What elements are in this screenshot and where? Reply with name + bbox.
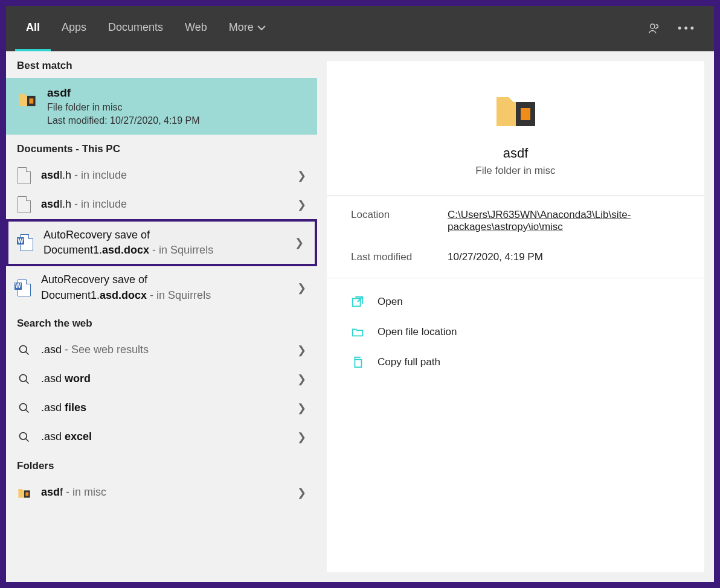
preview-pane: asdf File folder in misc Location C:\Use… (317, 51, 714, 582)
word-file-icon (19, 234, 34, 251)
preview-subtitle: File folder in misc (351, 165, 680, 177)
result-label: AutoRecovery save of Document1.asd.docx … (43, 228, 283, 258)
folder-open-icon (351, 325, 364, 339)
tab-apps[interactable]: Apps (51, 6, 97, 51)
folder-icon (17, 484, 31, 501)
folder-icon (492, 85, 540, 133)
svg-point-2 (20, 345, 27, 353)
best-match-modified: Last modified: 10/27/2020, 4:19 PM (47, 115, 200, 126)
svg-line-9 (26, 438, 29, 441)
tabs: All Apps Documents Web More (15, 6, 277, 51)
file-icon (17, 167, 31, 184)
chevron-right-icon[interactable]: ❯ (295, 198, 307, 211)
folder-icon (17, 89, 37, 109)
web-result-item[interactable]: .asd - See web results ❯ (6, 336, 317, 365)
tab-more[interactable]: More (218, 6, 277, 51)
action-open-location[interactable]: Open file location (351, 317, 680, 347)
file-icon (17, 196, 31, 213)
feedback-icon[interactable] (648, 22, 661, 36)
location-label: Location (351, 209, 448, 233)
search-icon (17, 400, 31, 417)
svg-point-6 (20, 403, 27, 411)
result-item[interactable]: AutoRecovery save of Document1.asd.docx … (6, 266, 317, 308)
location-value[interactable]: C:\Users\JR635WN\Anaconda3\Lib\site-pack… (448, 209, 680, 233)
chevron-right-icon[interactable]: ❯ (295, 486, 307, 499)
svg-rect-13 (355, 359, 361, 367)
tab-all[interactable]: All (15, 6, 51, 51)
chevron-right-icon[interactable]: ❯ (295, 281, 307, 295)
chevron-right-icon[interactable]: ❯ (295, 430, 307, 444)
svg-line-5 (26, 380, 29, 383)
modified-value: 10/27/2020, 4:19 PM (448, 251, 680, 263)
result-label: .asd files (41, 400, 286, 415)
result-item[interactable]: asdl.h - in include ❯ (6, 190, 317, 219)
result-label: asdl.h - in include (41, 168, 286, 183)
best-match-title: asdf (47, 86, 200, 100)
best-match-item[interactable]: asdf File folder in misc Last modified: … (6, 78, 317, 135)
result-label: asdl.h - in include (41, 197, 286, 212)
top-bar: All Apps Documents Web More ••• (6, 6, 714, 51)
result-item-selected[interactable]: AutoRecovery save of Document1.asd.docx … (6, 219, 317, 266)
results-pane: Best match asdf File folder in misc Last… (6, 51, 317, 582)
svg-rect-11 (521, 108, 530, 120)
section-folders: Folders (6, 452, 317, 478)
result-label: .asd - See web results (41, 342, 286, 357)
chevron-right-icon[interactable]: ❯ (295, 401, 307, 415)
svg-point-0 (651, 24, 655, 28)
more-options-icon[interactable]: ••• (678, 22, 696, 35)
action-label: Open file location (378, 326, 457, 338)
web-result-item[interactable]: .asd files ❯ (6, 394, 317, 423)
chevron-right-icon[interactable]: ❯ (295, 344, 307, 357)
svg-point-8 (20, 432, 27, 439)
tab-more-label: More (229, 21, 254, 34)
action-label: Open (378, 296, 403, 308)
web-result-item[interactable]: .asd excel ❯ (6, 423, 317, 452)
preview-title: asdf (351, 145, 680, 161)
action-open[interactable]: Open (351, 287, 680, 317)
chevron-right-icon[interactable]: ❯ (295, 169, 307, 182)
svg-rect-1 (29, 98, 33, 104)
tab-web[interactable]: Web (174, 6, 218, 51)
section-documents: Documents - This PC (6, 135, 317, 161)
search-window: All Apps Documents Web More ••• Best mat… (6, 6, 714, 582)
result-label: .asd excel (41, 429, 286, 444)
web-result-item[interactable]: .asd word ❯ (6, 365, 317, 394)
result-label: .asd word (41, 371, 286, 386)
section-web: Search the web (6, 309, 317, 336)
result-item[interactable]: asdl.h - in include ❯ (6, 161, 317, 190)
section-best-match: Best match (6, 51, 317, 78)
chevron-down-icon (257, 25, 266, 31)
chevron-right-icon[interactable]: ❯ (295, 372, 307, 386)
svg-rect-10 (25, 492, 28, 496)
copy-icon (351, 356, 364, 369)
svg-line-3 (26, 351, 29, 354)
svg-point-4 (20, 374, 27, 382)
search-icon (17, 371, 31, 388)
result-label: asdf - in misc (41, 485, 286, 500)
search-icon (17, 429, 31, 446)
result-label: AutoRecovery save of Document1.asd.docx … (41, 272, 286, 302)
search-icon (17, 342, 31, 359)
chevron-right-icon[interactable]: ❯ (293, 236, 305, 249)
modified-label: Last modified (351, 251, 448, 263)
open-icon (351, 295, 364, 308)
tab-documents[interactable]: Documents (97, 6, 174, 51)
word-file-icon (17, 280, 31, 296)
action-label: Copy full path (378, 356, 440, 368)
action-copy-path[interactable]: Copy full path (351, 347, 680, 377)
svg-line-7 (26, 409, 29, 412)
best-match-subtitle: File folder in misc (47, 102, 200, 113)
folder-result-item[interactable]: asdf - in misc ❯ (6, 478, 317, 507)
